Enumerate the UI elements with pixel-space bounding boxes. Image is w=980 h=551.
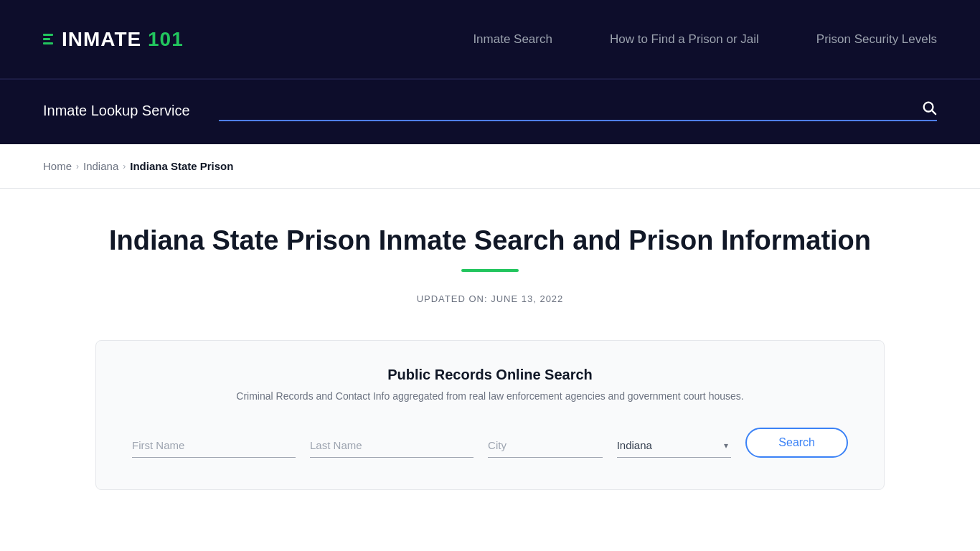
search-input-wrapper	[219, 100, 937, 121]
breadcrumb-home[interactable]: Home	[43, 160, 72, 172]
nav-inmate-search[interactable]: Inmate Search	[473, 32, 552, 47]
search-card: Public Records Online Search Criminal Re…	[95, 340, 885, 490]
nav-links: Inmate Search How to Find a Prison or Ja…	[473, 32, 937, 47]
city-input[interactable]	[488, 433, 603, 458]
search-form-row: AlabamaAlaskaArizonaArkansasCaliforniaCo…	[132, 428, 848, 458]
top-navigation: INMATE 101 Inmate Search How to Find a P…	[0, 0, 980, 79]
breadcrumb: Home › Indiana › Indiana State Prison	[43, 160, 937, 172]
nav-find-prison[interactable]: How to Find a Prison or Jail	[610, 32, 759, 47]
breadcrumb-chevron-2: ›	[123, 161, 126, 171]
search-icon	[921, 100, 937, 116]
svg-line-1	[932, 110, 936, 114]
page-title: Indiana State Prison Inmate Search and P…	[43, 225, 937, 258]
breadcrumb-chevron-1: ›	[76, 161, 79, 171]
search-icon-button[interactable]	[921, 100, 937, 116]
breadcrumb-section: Home › Indiana › Indiana State Prison	[0, 144, 980, 189]
state-select-wrapper: AlabamaAlaskaArizonaArkansasCaliforniaCo…	[617, 433, 732, 458]
search-button[interactable]: Search	[745, 428, 848, 458]
logo-link[interactable]: INMATE 101	[43, 28, 184, 51]
updated-date: UPDATED ON: JUNE 13, 2022	[43, 293, 937, 304]
search-section-label: Inmate Lookup Service	[43, 103, 190, 119]
first-name-field	[132, 433, 296, 458]
search-input[interactable]	[219, 101, 921, 114]
search-section: Inmate Lookup Service	[0, 79, 980, 144]
breadcrumb-current: Indiana State Prison	[130, 160, 233, 172]
logo-text: INMATE 101	[62, 28, 184, 51]
state-select[interactable]: AlabamaAlaskaArizonaArkansasCaliforniaCo…	[617, 433, 732, 458]
first-name-input[interactable]	[132, 433, 296, 458]
breadcrumb-state[interactable]: Indiana	[83, 160, 118, 172]
logo-icon	[43, 34, 53, 44]
title-underline	[461, 269, 519, 272]
card-title: Public Records Online Search	[132, 367, 848, 383]
nav-security-levels[interactable]: Prison Security Levels	[816, 32, 937, 47]
last-name-input[interactable]	[310, 433, 473, 458]
city-field	[488, 433, 603, 458]
card-subtitle: Criminal Records and Contact Info aggreg…	[132, 390, 848, 402]
last-name-field	[310, 433, 473, 458]
main-content: Indiana State Prison Inmate Search and P…	[0, 189, 980, 519]
